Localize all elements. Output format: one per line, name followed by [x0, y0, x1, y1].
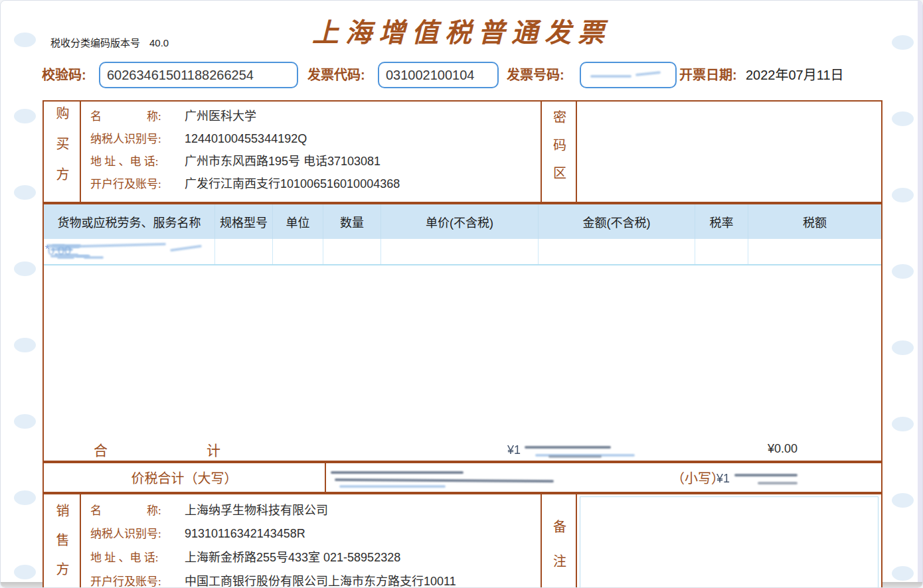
col-header-spec: 规格型号 — [215, 204, 273, 239]
redaction-smudge — [590, 75, 631, 78]
page-right-edge — [918, 1, 922, 587]
buyer-bank-value: 广发行江南西支行101006516010004368 — [185, 175, 400, 193]
grand-total-row: 价税合计（大写） （小写） ¥1 — [42, 462, 882, 493]
item-row-redacted: * — [44, 239, 881, 265]
punch-dot — [892, 417, 914, 431]
buyer-name-value: 广州医科大学 — [185, 108, 256, 125]
redaction-smudge — [339, 485, 446, 488]
redaction-smudge — [635, 71, 661, 76]
buyer-party-strip: 购买方 — [44, 102, 81, 202]
total-label-ji: 计 — [207, 439, 220, 459]
seller-address-value: 上海新金桥路255号433室 021-58952328 — [185, 549, 400, 567]
punch-dot — [892, 340, 914, 355]
buyer-taxid-row: 纳税人识别号: 12440100455344192Q — [90, 130, 400, 148]
grand-total-small-fragment: ¥1 — [716, 472, 730, 486]
punch-dot — [892, 264, 914, 279]
invoice-title: 上海增值税普通发票 — [1, 11, 922, 50]
redaction-smudge — [548, 455, 602, 458]
buyer-name-row: 名 称: 广州医科大学 — [90, 108, 400, 125]
redaction-smudge — [525, 446, 611, 449]
seller-bank-label: 开户行及账号: — [90, 573, 185, 588]
buyer-section: 购买方 名 称: 广州医科大学 纳税人识别号: 1244010045534419… — [42, 100, 882, 203]
invoice-number-input[interactable] — [580, 62, 677, 88]
buyer-name-label: 名 称: — [90, 108, 185, 125]
col-header-tax-amount: 税额 — [748, 204, 881, 239]
buyer-taxid-value: 12440100455344192Q — [185, 130, 307, 148]
buyer-bank-label: 开户行及账号: — [90, 175, 185, 193]
seller-address-label: 地 址 、电 话: — [90, 549, 185, 567]
buyer-address-label: 地 址 、电 话: — [90, 153, 185, 171]
item-price-cell — [381, 239, 539, 264]
invoice-code-label: 发票代码: — [307, 62, 365, 88]
redaction-smudge — [758, 482, 797, 484]
punch-dot — [892, 566, 914, 581]
redaction-smudge — [46, 244, 65, 247]
redaction-smudge — [734, 474, 797, 477]
redaction-smudge — [84, 256, 104, 259]
password-area-label: 密码区 — [552, 110, 566, 194]
notes-strip: 备注 — [541, 494, 577, 588]
password-area-content — [578, 102, 881, 202]
seller-party-strip: 销售方 — [44, 494, 81, 588]
seller-section: 销售方 名 称: 上海纳孚生物科技有限公司 纳税人识别号: 9131011634… — [42, 493, 882, 588]
redaction-smudge — [170, 245, 202, 252]
col-header-item-name: 货物或应税劳务、服务名称 — [44, 204, 215, 239]
invoice-page: 税收分类编码版本号40.0 上海增值税普通发票 校验码: 60263461501… — [0, 0, 923, 588]
password-area-strip: 密码区 — [541, 102, 577, 202]
redaction-smudge — [335, 478, 554, 482]
seller-name-value: 上海纳孚生物科技有限公司 — [185, 502, 328, 520]
col-header-amount: 金额(不含税) — [539, 204, 695, 239]
notes-label: 备注 — [552, 520, 566, 588]
item-tax-rate-cell — [695, 239, 748, 264]
punch-dot — [14, 261, 36, 276]
seller-party-label: 销售方 — [55, 504, 68, 588]
col-header-unit: 单位 — [273, 204, 323, 239]
grand-total-label-cell: 价税合计（大写） — [44, 463, 326, 492]
seller-taxid-label: 纳税人识别号: — [90, 525, 185, 543]
issue-date-label: 开票日期: — [679, 62, 737, 88]
buyer-address-value: 广州市东风西路195号 电话37103081 — [185, 153, 380, 171]
punch-dot — [892, 493, 914, 508]
seller-name-label: 名 称: — [90, 502, 185, 520]
invoice-code-input[interactable]: 031002100104 — [378, 62, 499, 88]
seller-bank-row: 开户行及账号: 中国工商银行股份有限公司上海市东方路支行10011 — [90, 573, 456, 588]
punch-dot — [14, 414, 36, 429]
item-unit-cell — [273, 239, 323, 264]
seller-bank-value: 中国工商银行股份有限公司上海市东方路支行10011 — [185, 573, 456, 588]
invoice-number-label: 发票号码: — [507, 62, 564, 88]
seller-taxid-row: 纳税人识别号: 91310116342143458R — [90, 525, 456, 543]
items-table-header: 货物或应税劳务、服务名称 规格型号 单位 数量 单价(不含税) 金额(不含税) … — [44, 204, 881, 239]
buyer-party-label: 购买方 — [55, 106, 68, 198]
buyer-fields: 名 称: 广州医科大学 纳税人识别号: 12440100455344192Q 地… — [90, 108, 400, 193]
item-quantity-cell — [323, 239, 381, 264]
total-amount-fragment: ¥1 — [507, 443, 521, 457]
seller-address-row: 地 址 、电 话: 上海新金桥路255号433室 021-58952328 — [90, 549, 456, 567]
redaction-smudge — [331, 471, 463, 474]
buyer-address-row: 地 址 、电 话: 广州市东风西路195号 电话37103081 — [90, 153, 400, 171]
punch-dot — [14, 185, 36, 200]
col-header-tax-rate: 税率 — [695, 204, 748, 239]
item-spec-cell — [215, 239, 273, 264]
buyer-bank-row: 开户行及账号: 广发行江南西支行101006516010004368 — [90, 175, 400, 193]
check-code-input[interactable]: 60263461501188266254 — [99, 62, 298, 88]
check-code-label: 校验码: — [42, 62, 86, 88]
item-amount-cell — [539, 239, 695, 264]
seller-taxid-value: 91310116342143458R — [185, 525, 305, 543]
punch-dot — [892, 111, 914, 126]
punch-dot — [14, 109, 36, 123]
punch-dot — [892, 188, 914, 202]
total-tax-value: ¥0.00 — [768, 442, 797, 456]
buyer-taxid-label: 纳税人识别号: — [90, 130, 185, 148]
invoice-code-value: 031002100104 — [386, 68, 474, 83]
check-code-value: 60263461501188266254 — [107, 68, 254, 83]
grand-total-label: 价税合计（大写） — [44, 463, 325, 492]
seller-fields: 名 称: 上海纳孚生物科技有限公司 纳税人识别号: 91310116342143… — [90, 502, 456, 588]
issue-date-value: 2022年07月11日 — [746, 62, 844, 88]
col-header-quantity: 数量 — [323, 204, 381, 239]
punch-dot — [14, 338, 36, 352]
item-tax-amount-cell: 0.00 — [748, 239, 881, 264]
items-table: 货物或应税劳务、服务名称 规格型号 单位 数量 单价(不含税) 金额(不含税) … — [42, 203, 882, 462]
punch-dot — [14, 565, 36, 579]
col-header-unit-price: 单价(不含税) — [381, 204, 539, 239]
total-label-he: 合 — [94, 439, 108, 459]
